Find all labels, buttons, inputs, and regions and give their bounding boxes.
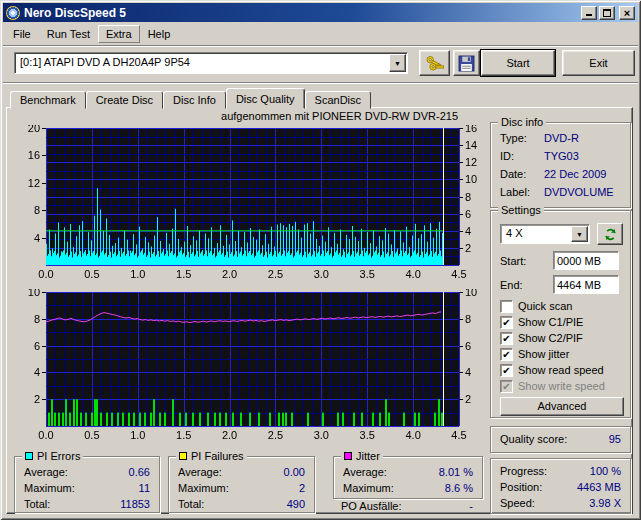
checkbox-box[interactable] bbox=[500, 332, 513, 345]
start-position-label: Start: bbox=[500, 255, 526, 267]
speed-select-value: 4 X bbox=[506, 227, 523, 239]
menu-help[interactable]: Help bbox=[140, 25, 179, 43]
quality-score-box: Quality score: 95 bbox=[490, 426, 631, 453]
advanced-button[interactable]: Advanced bbox=[500, 397, 624, 416]
toolbar-separator bbox=[3, 82, 638, 84]
stat-value: 11853 bbox=[120, 498, 150, 510]
jitter-stats-box: Jitter Average:8.01 % Maximum:8.6 % bbox=[333, 456, 483, 499]
checkbox-box[interactable] bbox=[500, 348, 513, 361]
menu-run-test[interactable]: Run Test bbox=[39, 25, 98, 43]
start-position-field[interactable] bbox=[553, 251, 619, 270]
position-label: Position: bbox=[500, 481, 542, 493]
exit-button-label: Exit bbox=[589, 57, 607, 69]
maximize-button[interactable] bbox=[599, 6, 615, 20]
checkbox-show-c2-pif[interactable]: Show C2/PIF bbox=[500, 331, 583, 345]
tab-disc-quality[interactable]: Disc Quality bbox=[226, 88, 305, 109]
stat-label: Maximum: bbox=[24, 482, 75, 494]
settings-title: Settings bbox=[498, 204, 544, 216]
save-icon bbox=[458, 55, 475, 72]
maximize-icon bbox=[603, 9, 611, 17]
tab-disc-info[interactable]: Disc Info bbox=[163, 91, 226, 109]
drive-selector[interactable]: [0:1] ATAPI DVD A DH20A4P 9P54 ▼ bbox=[14, 52, 408, 74]
save-button[interactable] bbox=[453, 50, 480, 76]
minimize-icon bbox=[586, 8, 592, 16]
disc-date-value: 22 Dec 2009 bbox=[544, 168, 606, 180]
stat-value: 11 bbox=[139, 482, 150, 494]
drive-selector-dropdown-button[interactable]: ▼ bbox=[389, 54, 406, 72]
checkbox-quick-scan[interactable]: Quick scan bbox=[500, 299, 572, 313]
app-icon bbox=[6, 6, 20, 20]
checkbox-label: Show read speed bbox=[518, 364, 604, 376]
disc-quality-panel: aufgenommen mit PIONEER DVD-RW DVR-215 D… bbox=[6, 107, 633, 514]
close-icon: × bbox=[624, 8, 630, 18]
checkbox-label: Show C2/PIF bbox=[518, 332, 583, 344]
close-button[interactable]: × bbox=[619, 6, 635, 20]
stat-value: 8.6 % bbox=[445, 482, 473, 494]
speed-select[interactable]: 4 X ▼ bbox=[500, 224, 590, 244]
checkbox-label: Quick scan bbox=[518, 300, 572, 312]
exit-button[interactable]: Exit bbox=[562, 50, 635, 76]
speed-value: 3.98 X bbox=[589, 497, 621, 509]
checkbox-label: Show write speed bbox=[518, 380, 605, 392]
po-failures-value: - bbox=[469, 500, 473, 512]
refresh-icon bbox=[603, 227, 618, 242]
disc-id-label: ID: bbox=[500, 150, 514, 162]
checkbox-box[interactable] bbox=[500, 316, 513, 329]
options-button[interactable] bbox=[419, 50, 450, 76]
tab-scandisc[interactable]: ScanDisc bbox=[305, 91, 371, 109]
pi-errors-stats-title: PI Errors bbox=[22, 450, 83, 462]
speed-label: Speed: bbox=[500, 497, 535, 509]
checkbox-box bbox=[500, 380, 513, 393]
pi-failures-legend-icon bbox=[179, 452, 187, 460]
stat-label: Average: bbox=[178, 466, 222, 478]
position-value: 4463 MB bbox=[577, 481, 621, 493]
start-button[interactable]: Start bbox=[481, 50, 555, 76]
checkbox-box[interactable] bbox=[500, 300, 513, 313]
title-bar[interactable]: Nero DiscSpeed 5 × bbox=[3, 3, 638, 22]
advanced-button-label: Advanced bbox=[538, 400, 587, 412]
disc-type-value: DVD-R bbox=[544, 132, 579, 144]
quality-score-label: Quality score: bbox=[500, 433, 567, 445]
menu-bar: File Run Test Extra Help bbox=[3, 23, 638, 44]
po-failures-label: PO Ausfälle: bbox=[341, 500, 402, 512]
app-window: Nero DiscSpeed 5 × File Run Test Extra H… bbox=[0, 0, 641, 520]
menu-separator bbox=[3, 45, 638, 47]
checkbox-box[interactable] bbox=[500, 364, 513, 377]
jitter-legend-icon bbox=[344, 452, 352, 460]
stat-label: Maximum: bbox=[343, 482, 394, 494]
stat-value: 490 bbox=[287, 498, 305, 510]
pi-errors-chart bbox=[9, 125, 481, 283]
refresh-button[interactable] bbox=[597, 223, 623, 245]
keys-icon bbox=[425, 54, 444, 73]
start-button-rim: Start bbox=[480, 49, 556, 77]
jitter-chart bbox=[9, 289, 481, 443]
disc-info-group: Disc info Type:DVD-R ID:TYG03 Date:22 De… bbox=[490, 122, 631, 208]
speed-select-dropdown-button[interactable]: ▼ bbox=[571, 226, 588, 242]
pi-failures-stats-title: PI Failures bbox=[176, 450, 247, 462]
tab-strip: Benchmark Create Disc Disc Info Disc Qua… bbox=[10, 88, 371, 109]
checkbox-show-read-speed[interactable]: Show read speed bbox=[500, 363, 604, 377]
checkbox-label: Show C1/PIE bbox=[518, 316, 583, 328]
drive-selector-value: [0:1] ATAPI DVD A DH20A4P 9P54 bbox=[20, 56, 190, 68]
tab-create-disc[interactable]: Create Disc bbox=[86, 91, 163, 109]
pi-errors-legend-icon bbox=[25, 452, 33, 460]
minimize-button[interactable] bbox=[581, 6, 597, 20]
end-position-field[interactable] bbox=[553, 275, 619, 294]
disc-info-title: Disc info bbox=[498, 116, 546, 128]
end-position-label: End: bbox=[500, 279, 523, 291]
disc-label-value: DVDVOLUME bbox=[544, 186, 614, 198]
menu-extra[interactable]: Extra bbox=[98, 25, 140, 43]
stat-label: Total: bbox=[178, 498, 204, 510]
stat-value: 0.66 bbox=[129, 466, 150, 478]
po-failures-row: PO Ausfälle: - bbox=[341, 500, 473, 514]
stat-value: 8.01 % bbox=[439, 466, 473, 478]
stat-label: Maximum: bbox=[178, 482, 229, 494]
quality-score-value: 95 bbox=[609, 433, 621, 445]
tab-benchmark[interactable]: Benchmark bbox=[10, 91, 86, 109]
checkbox-show-c1-pie[interactable]: Show C1/PIE bbox=[500, 315, 583, 329]
menu-file[interactable]: File bbox=[5, 25, 39, 43]
chart-header: aufgenommen mit PIONEER DVD-RW DVR-215 bbox=[9, 110, 458, 122]
pi-failures-stats-box: PI Failures Average:0.00 Maximum:2 Total… bbox=[168, 456, 315, 513]
checkbox-show-jitter[interactable]: Show jitter bbox=[500, 347, 569, 361]
stat-label: Total: bbox=[24, 498, 50, 510]
